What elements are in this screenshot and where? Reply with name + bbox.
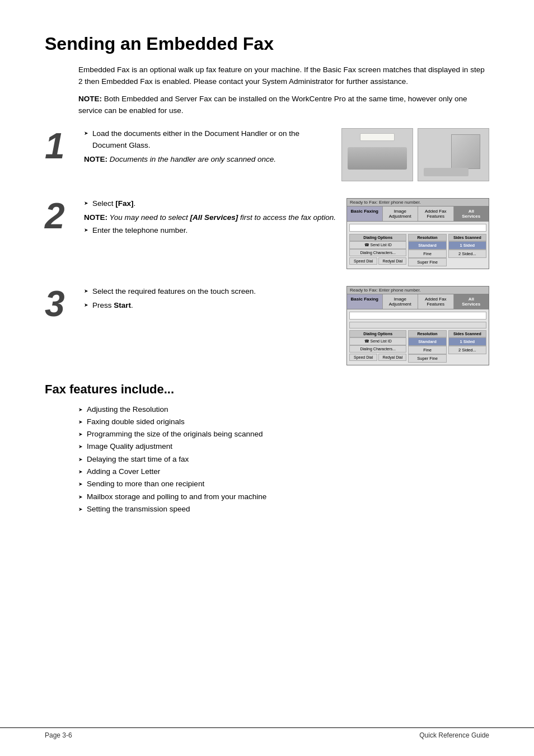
page-container: Sending an Embedded Fax Embedded Fax is … [0, 0, 534, 549]
feature-item-3: Programming the size of the originals be… [78, 428, 489, 440]
fax-number-input-row [349, 224, 486, 232]
sides-header: Sides Scanned [448, 234, 486, 241]
resolution-header-2: Resolution [408, 330, 446, 337]
features-list: Adjusting the Resolution Faxing double s… [78, 403, 489, 515]
step-3-content: Select the required features on the touc… [84, 286, 346, 314]
step-2-section: 2 Select [Fax]. NOTE: You may need to se… [45, 198, 489, 269]
sides-1sided-2[interactable]: 1 Sided [448, 337, 486, 346]
redyal-dial-btn[interactable]: Redyal Dial [378, 257, 406, 265]
dialing-bottom-row: Speed Dial Redyal Dial [349, 257, 406, 265]
fax-panel-1-columns: Dialing Options ☎ Send List ID Dialing C… [349, 234, 486, 266]
step-1-number: 1 [45, 128, 78, 164]
resolution-standard-2[interactable]: Standard [408, 337, 446, 346]
dialing-options-header-2: Dialing Options [349, 330, 406, 337]
fax-tab2-image-adj[interactable]: ImageAdjustment [383, 294, 419, 309]
step-1-content: Load the documents either in the Documen… [84, 128, 337, 167]
fax-panel-2-tabs: Basic Faxing ImageAdjustment Added FaxFe… [347, 294, 489, 309]
fax-tab2-basic-faxing[interactable]: Basic Faxing [347, 294, 383, 309]
footer-page-number: Page 3-6 [45, 731, 72, 739]
note1-label: NOTE: [78, 95, 102, 103]
page-title: Sending an Embedded Fax [45, 34, 489, 54]
step-1-instruction-1: Load the documents either in the Documen… [84, 128, 331, 152]
fax-panel-1-header: Ready to Fax: Enter phone number. [347, 199, 489, 206]
step-1-section: 1 Load the documents either in the Docum… [45, 128, 489, 181]
feature-item-8: Mailbox storage and polling to and from … [78, 491, 489, 503]
sides-2sided[interactable]: 2 Sided... [448, 250, 486, 258]
speed-dial-btn-2b[interactable]: Speed Dial [349, 354, 377, 361]
step-1-note-text: Documents in the handler are only scanne… [107, 155, 276, 163]
fax-tab-added-features[interactable]: Added FaxFeatures [418, 206, 454, 221]
feature-item-7: Sending to more than one recipient [78, 478, 489, 490]
step-2-instruction-2: Enter the telephone number. [84, 225, 341, 237]
resolution-header: Resolution [408, 234, 446, 241]
resolution-fine[interactable]: Fine [408, 250, 446, 258]
step-1-note-label: NOTE: [84, 155, 107, 163]
feature-item-1: Adjusting the Resolution [78, 403, 489, 416]
resolution-superfine-2[interactable]: Super Fine [408, 354, 446, 363]
fax-ui-panel-2: Ready to Fax: Enter phone number. Basic … [346, 286, 489, 365]
resolution-superfine[interactable]: Super Fine [408, 258, 446, 266]
step-3-section: 3 Select the required features on the to… [45, 286, 489, 365]
speed-dial-btn[interactable]: ☎ Send List ID [349, 241, 406, 249]
step-2-note: NOTE: You may need to select [All Servic… [84, 213, 341, 222]
fax-features-section: Fax features include... Adjusting the Re… [45, 382, 489, 515]
dialing-chars-btn-2[interactable]: Dialing Characters... [349, 345, 406, 353]
step-3-instruction-2: Press Start. [84, 300, 341, 312]
step-3-instructions: Select the required features on the touc… [84, 286, 341, 312]
fax-panel-1-tabs: Basic Faxing ImageAdjustment Added FaxFe… [347, 206, 489, 222]
sides-scanned-col-2: Sides Scanned 1 Sided 2 Sided... [448, 330, 486, 363]
dialing-options-header: Dialing Options [349, 234, 406, 241]
feature-item-4: Image Quality adjustment [78, 440, 489, 453]
dialing-options-col-2: Dialing Options ☎ Send List ID Dialing C… [349, 330, 406, 363]
step-3-instruction-1: Select the required features on the touc… [84, 286, 341, 298]
step-2-instruction-1: Select [Fax]. [84, 198, 341, 210]
fax-tab-services-btn[interactable]: AllServices [454, 206, 489, 221]
step-2-number: 2 [45, 198, 78, 234]
doc-machine-image [418, 128, 489, 181]
fax-panel-2-columns: Dialing Options ☎ Send List ID Dialing C… [349, 330, 486, 363]
fax-tab-image-adj[interactable]: ImageAdjustment [383, 206, 419, 221]
resolution-col: Resolution Standard Fine Super Fine [408, 234, 446, 266]
features-title: Fax features include... [45, 382, 489, 397]
fax-tab2-added-features[interactable]: Added FaxFeatures [418, 294, 454, 309]
intro-paragraph: Embedded Fax is an optional walk up fax … [78, 64, 489, 88]
sides-2sided-2[interactable]: 2 Sided... [448, 346, 486, 354]
feature-item-6: Adding a Cover Letter [78, 466, 489, 478]
step-1-images [341, 128, 489, 181]
fax-number-input-row-2 [349, 312, 486, 320]
step-2-note-label: NOTE: [84, 213, 107, 222]
fax-panel-1-body: Dialing Options ☎ Send List ID Dialing C… [347, 222, 489, 269]
resolution-col-2: Resolution Standard Fine Super Fine [408, 330, 446, 363]
speed-dial-btn-2a[interactable]: ☎ Send List ID [349, 337, 406, 345]
doc-handler-image [341, 128, 413, 181]
step-3-number: 3 [45, 286, 78, 322]
footer-guide-title: Quick Reference Guide [419, 731, 489, 739]
speed-dial-btn2[interactable]: Speed Dial [349, 257, 377, 265]
fax-panel-2-header: Ready to Fax: Enter phone number. [347, 287, 489, 294]
step-2-instructions: Select [Fax]. [84, 198, 341, 210]
step-1-instructions: Load the documents either in the Documen… [84, 128, 331, 152]
page-footer: Page 3-6 Quick Reference Guide [0, 727, 534, 739]
step-2-content: Select [Fax]. NOTE: You may need to sele… [84, 198, 346, 239]
fax-tab2-services-btn[interactable]: AllServices [454, 294, 489, 309]
redyal-dial-btn-2[interactable]: Redyal Dial [378, 354, 406, 361]
feature-item-2: Faxing double sided originals [78, 416, 489, 428]
fax-tab-basic-faxing[interactable]: Basic Faxing [347, 206, 383, 221]
feature-item-5: Delaying the start time of a fax [78, 453, 489, 466]
fax-panel-2-body: Dialing Options ☎ Send List ID Dialing C… [347, 309, 489, 365]
resolution-fine-2[interactable]: Fine [408, 346, 446, 354]
sides-header-2: Sides Scanned [448, 330, 486, 337]
sides-1sided[interactable]: 1 Sided [448, 241, 486, 250]
resolution-standard[interactable]: Standard [408, 241, 446, 250]
sides-scanned-col: Sides Scanned 1 Sided 2 Sided... [448, 234, 486, 266]
step-1-note: NOTE: Documents in the handler are only … [84, 155, 331, 163]
note1-text: Both Embedded and Server Fax can be inst… [78, 95, 467, 115]
dialing-options-col: Dialing Options ☎ Send List ID Dialing C… [349, 234, 406, 266]
dialing-bottom-row-2: Speed Dial Redyal Dial [349, 354, 406, 361]
fax-extra-row [349, 322, 486, 328]
note-block-1: NOTE: Both Embedded and Server Fax can b… [78, 93, 489, 117]
step-2-extra-instructions: Enter the telephone number. [84, 225, 341, 237]
dialing-chars-btn[interactable]: Dialing Characters... [349, 249, 406, 256]
fax-ui-panel-1: Ready to Fax: Enter phone number. Basic … [346, 198, 489, 269]
feature-item-9: Setting the transmission speed [78, 503, 489, 515]
